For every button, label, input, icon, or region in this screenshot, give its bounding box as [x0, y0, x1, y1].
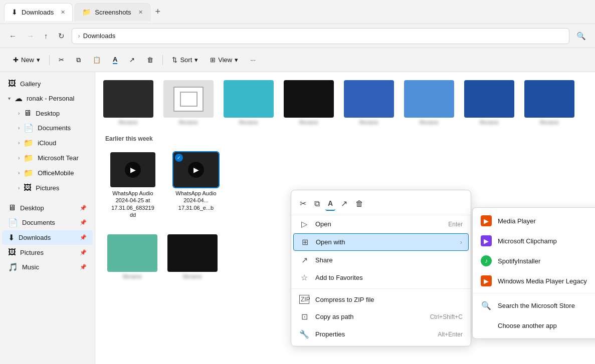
ctx-open-with-item[interactable]: ⊞ Open with ›: [293, 233, 469, 251]
sidebar-ms-tear-label: Microsoft Tear: [38, 154, 78, 162]
ctx-favorites-item[interactable]: ☆ Add to Favorites: [291, 269, 471, 286]
sidebar-item-desktop[interactable]: › 🖥 Desktop: [12, 106, 93, 120]
new-button[interactable]: ✚ New ▾: [8, 54, 45, 66]
ctx-rename-button[interactable]: A: [325, 196, 335, 211]
toolbar-separator-1: [49, 55, 50, 65]
sidebar-item-desktop-pinned[interactable]: 🖥 Desktop 📌: [2, 201, 93, 215]
context-toolbar: ✂ ⧉ A ↗ 🗑: [291, 193, 471, 215]
ctx-open-item[interactable]: ▷ Open Enter: [291, 215, 471, 233]
ctx-separator: [291, 288, 471, 289]
search-button[interactable]: 🔍: [573, 29, 589, 44]
sidebar-item-icloud[interactable]: › 📁 iCloud: [12, 136, 93, 150]
submenu-search-store[interactable]: 🔍 Search the Microsoft Store: [473, 295, 595, 315]
pictures-pinned-icon: 🖼: [8, 248, 16, 257]
address-bar: ← → ↑ ↻ › Downloads 🔍: [0, 24, 595, 48]
thumb-label-5: filename: [359, 120, 378, 125]
sidebar-item-microsoft-tear[interactable]: › 📁 Microsoft Tear: [12, 151, 93, 165]
ctx-copy-path-item[interactable]: ⊡ Copy as path Ctrl+Shift+C: [291, 308, 471, 325]
submenu-media-player-label: Media Player: [498, 217, 536, 225]
ctx-copy-button[interactable]: ⧉: [312, 196, 322, 211]
file-item-top-5[interactable]: filename: [342, 78, 396, 127]
ctx-properties-item[interactable]: 🔧 Properties Alt+Enter: [291, 325, 471, 343]
ctx-share-item[interactable]: ↗ Share: [291, 251, 471, 269]
up-button[interactable]: ↑: [41, 29, 51, 43]
ctx-share-button[interactable]: ↗: [338, 196, 350, 211]
officemobile-expand-icon: ›: [18, 170, 20, 176]
file-item-top-3[interactable]: filename: [222, 78, 276, 127]
ctx-open-with-arrow: ›: [460, 239, 462, 246]
sidebar-downloads-pinned-label: Downloads: [19, 234, 51, 241]
view-button[interactable]: ⊞ View ▾: [205, 54, 243, 66]
submenu-wmp-legacy[interactable]: ▶ Windows Media Player Legacy: [473, 271, 595, 291]
refresh-button[interactable]: ↻: [55, 29, 68, 44]
pictures-pin-icon: 📌: [80, 249, 87, 256]
file-item-1[interactable]: ▶ WhatsApp Audio 2024-04-25 at17.31.06_6…: [105, 148, 160, 222]
file-item-top-2[interactable]: filename: [161, 78, 216, 127]
sidebar-item-music-pinned[interactable]: 🎵 Music 📌: [2, 260, 93, 274]
ctx-cut-button[interactable]: ✂: [297, 196, 309, 211]
thumb-5: [344, 80, 394, 118]
file-item-2[interactable]: ✓ ▶ WhatsApp Audio2024-04...17.31.06_e..…: [168, 148, 224, 215]
sidebar-item-gallery[interactable]: 🖼 Gallery: [2, 77, 93, 91]
tab-screenshots[interactable]: 📁 Screenshots ✕: [75, 3, 150, 21]
cut-button[interactable]: ✂: [54, 54, 69, 66]
new-tab-button[interactable]: +: [150, 7, 166, 17]
rename-button[interactable]: A: [108, 53, 122, 67]
submenu-spotify[interactable]: ♪ SpotifyInstaller: [473, 251, 595, 271]
file-item-top-4[interactable]: filename: [282, 78, 336, 127]
ctx-compress-item[interactable]: ZIP Compress to ZIP file: [291, 291, 471, 308]
clipchamp-icon: ▶: [481, 235, 492, 246]
thumb-label-4: filename: [299, 120, 318, 125]
file-item-top-7[interactable]: filename: [462, 78, 516, 127]
copy-button[interactable]: ⧉: [71, 54, 86, 67]
spotify-icon: ♪: [481, 255, 492, 266]
sidebar-item-officemobile[interactable]: › 📁 OfficeMobile: [12, 166, 93, 180]
sort-icon: ⇅: [172, 56, 177, 64]
submenu-choose-app[interactable]: Choose another app: [473, 315, 595, 335]
ctx-properties-label: Properties: [315, 330, 345, 338]
ctx-delete-button[interactable]: 🗑: [353, 196, 366, 211]
sidebar-item-pictures-pinned[interactable]: 🖼 Pictures 📌: [2, 245, 93, 259]
tab-downloads[interactable]: ⬇ Downloads ✕: [4, 3, 73, 21]
submenu-spotify-label: SpotifyInstaller: [498, 257, 540, 265]
ctx-compress-icon: ZIP: [299, 295, 309, 304]
wmp-legacy-icon: ▶: [481, 275, 492, 286]
sort-chevron: ▾: [194, 56, 198, 64]
submenu-media-player[interactable]: ▶ Media Player: [473, 211, 595, 231]
ctx-favorites-icon: ☆: [299, 273, 309, 282]
documents-pinned-icon: 📄: [8, 218, 18, 227]
file-item-bot-1[interactable]: filename: [105, 232, 159, 281]
thumb-label-6: filename: [420, 120, 439, 125]
ctx-copy-path-shortcut: Ctrl+Shift+C: [430, 313, 463, 320]
file-name-1: WhatsApp Audio 2024-04-25 at17.31.06_683…: [109, 190, 156, 218]
sort-button[interactable]: ⇅ Sort ▾: [167, 54, 203, 66]
copy-icon: ⧉: [76, 56, 81, 64]
file-item-top-8[interactable]: filename: [522, 78, 576, 127]
file-item-top-1[interactable]: filename: [101, 78, 155, 127]
sidebar-item-pictures[interactable]: › 🖼 Pictures: [12, 181, 93, 195]
icloud-icon: 📁: [24, 138, 34, 148]
sidebar-item-documents-pinned[interactable]: 📄 Documents 📌: [2, 215, 93, 230]
tab-screenshots-close[interactable]: ✕: [138, 9, 143, 16]
thumb-bot-label-1: filename: [123, 274, 142, 279]
submenu-clipchamp[interactable]: ▶ Microsoft Clipchamp: [473, 231, 595, 251]
share-button[interactable]: ↗: [124, 54, 140, 66]
tab-downloads-close[interactable]: ✕: [61, 9, 65, 16]
back-button[interactable]: ←: [6, 29, 20, 43]
sidebar-desktop-pinned-label: Desktop: [20, 204, 44, 212]
sidebar-item-downloads-pinned[interactable]: ⬇ Downloads 📌: [2, 230, 93, 245]
delete-button[interactable]: 🗑: [142, 54, 158, 66]
file-item-bot-2[interactable]: filename: [165, 232, 220, 281]
paste-button[interactable]: 📋: [88, 54, 106, 66]
forward-button[interactable]: →: [24, 29, 37, 43]
file-name-2: WhatsApp Audio2024-04...17.31.06_e...b: [175, 190, 216, 211]
more-button[interactable]: ···: [245, 54, 261, 66]
rename-icon: A: [113, 56, 117, 64]
sidebar-item-documents[interactable]: › 📄 Documents: [12, 121, 93, 135]
file-item-top-6[interactable]: filename: [402, 78, 456, 127]
title-bar: ⬇ Downloads ✕ 📁 Screenshots ✕ +: [0, 0, 595, 24]
toolbar-separator-2: [162, 55, 163, 65]
search-store-icon: 🔍: [481, 300, 492, 311]
address-path[interactable]: › Downloads: [72, 28, 570, 44]
sidebar-item-ronak[interactable]: ▾ ☁ ronak - Personal: [2, 91, 93, 106]
